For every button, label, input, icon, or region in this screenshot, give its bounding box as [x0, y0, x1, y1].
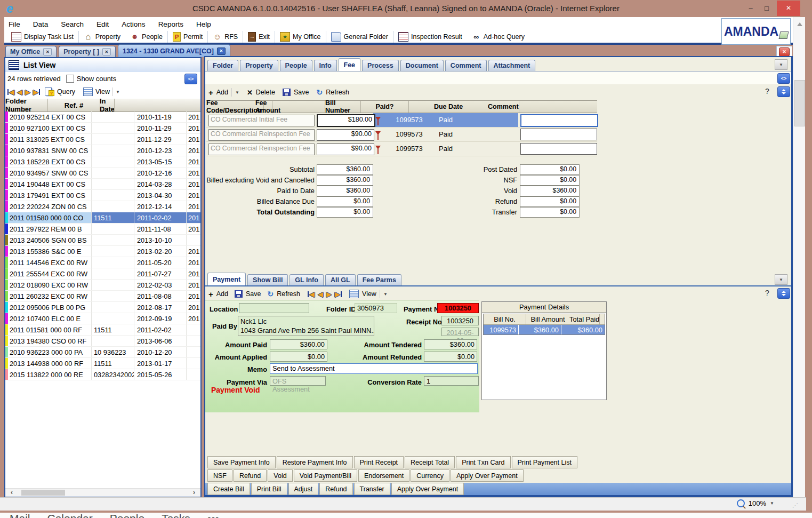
folder-list-row[interactable]: 2012 220224 ZON 00 CS 2012-12-14 201	[5, 201, 200, 212]
column-header[interactable]	[114, 99, 115, 111]
payment-tab[interactable]: GL Info	[290, 274, 324, 285]
folder-list-row[interactable]: 2012 018090 EXC 00 RW 2012-02-03 201	[5, 280, 200, 291]
folder-list-row[interactable]: 2013 185228 EXT 00 CS 2013-05-15 201	[5, 156, 200, 168]
add-fee-button[interactable]: Add	[216, 89, 228, 96]
query-icon[interactable]: ?	[45, 87, 54, 96]
action-button[interactable]: Print Txn Card	[456, 456, 510, 468]
detail-tab[interactable]: Attachment	[488, 60, 536, 71]
toolbar-button[interactable]: ☻ People	[125, 31, 168, 43]
folder-list-row[interactable]: 2011 144546 EXC 00 RW 2011-05-20 201	[5, 257, 200, 268]
action-button[interactable]: Apply Over Payment	[391, 483, 464, 495]
close-button[interactable]: ✕	[777, 1, 800, 16]
tab-close-icon[interactable]: ✕	[43, 48, 52, 55]
maximize-button[interactable]: □	[759, 4, 775, 12]
payment-tab[interactable]: Fee Parms	[357, 274, 401, 285]
fee-amount-field[interactable]: $90.00	[317, 129, 374, 141]
fee-filter-funnel-icon[interactable]	[375, 131, 381, 135]
amount-applied-field[interactable]: $0.00	[270, 352, 327, 362]
menu-item[interactable]: Actions	[122, 20, 145, 28]
payment-details-column-header[interactable]: Total Paid	[569, 314, 600, 324]
save-icon[interactable]	[283, 89, 291, 96]
folder-list-row[interactable]: 2012 095006 PLB 00 PG 2012-08-17 201	[5, 302, 200, 313]
folder-list-row[interactable]: 2014 190448 EXT 00 CS 2014-03-28 201	[5, 179, 200, 190]
action-button[interactable]: Restore Payment Info	[277, 456, 353, 468]
previous-record-button[interactable]: ◀	[17, 87, 22, 96]
column-header[interactable]: In Date	[100, 99, 114, 111]
document-tab[interactable]: 1324 - 1330 GRAND AVE[CO] ✕	[118, 44, 230, 57]
document-tab[interactable]: My Office ✕	[5, 46, 57, 57]
toolbar-button[interactable]: Display Task List	[6, 31, 79, 43]
zoom-control[interactable]: 100% ▼	[737, 499, 774, 507]
detail-tab[interactable]: People	[280, 60, 312, 71]
query-button-label[interactable]: Query	[57, 88, 75, 95]
column-header[interactable]: Folder Number	[5, 99, 48, 111]
last-payment-button[interactable]: ▶	[335, 290, 342, 298]
folder-list-row[interactable]: 2011 297922 REM 00 B 2011-11-08 201	[5, 224, 200, 235]
action-button[interactable]: Save Payment Info	[207, 456, 276, 468]
payment-help-button[interactable]: ?	[765, 289, 769, 297]
amount-paid-field[interactable]: $360.00	[270, 339, 327, 349]
expand-section-button[interactable]: <>	[777, 73, 790, 84]
action-button[interactable]: Create Bill	[207, 483, 250, 495]
fee-resize-button[interactable]	[777, 86, 790, 97]
action-button[interactable]: Refund	[319, 483, 352, 495]
detail-tab[interactable]: Document	[400, 60, 444, 71]
view-dropdown-icon[interactable]: ▼	[383, 292, 388, 297]
zoom-dropdown-icon[interactable]: ▼	[770, 501, 774, 506]
fee-comment-input[interactable]	[520, 114, 598, 127]
refresh-fee-button[interactable]: Refresh	[326, 89, 349, 96]
menu-item[interactable]: Edit	[97, 20, 109, 28]
view-dropdown-icon[interactable]: ▼	[116, 90, 120, 94]
add-dropdown-icon[interactable]: ▼	[235, 90, 239, 95]
collapse-panel-button[interactable]: <>	[184, 74, 197, 84]
list-horizontal-scrollbar[interactable]: ‹ ›	[5, 488, 200, 497]
fee-column-header[interactable]	[272, 101, 325, 113]
action-button[interactable]: Print Payment List	[512, 456, 577, 468]
folder-list-row[interactable]: 2013 155386 S&C 00 E 2013-02-20 201	[5, 246, 200, 257]
tab-close-icon[interactable]: ✕	[102, 48, 111, 55]
fee-description-field[interactable]: CO Commercial Reinspection Fee	[208, 144, 315, 155]
delete-fee-button[interactable]: Delete	[256, 89, 275, 96]
action-button[interactable]: Transfer	[354, 483, 390, 495]
tab-close-icon[interactable]: ✕	[217, 47, 226, 55]
view-payment-button[interactable]: View	[362, 290, 376, 298]
fee-filter-funnel-icon[interactable]	[375, 117, 381, 121]
payment-details-column-header[interactable]: Bill Amount	[526, 314, 569, 324]
menu-item[interactable]: Data	[33, 20, 49, 28]
toolbar-button[interactable]: ⌂ Property	[79, 31, 125, 43]
fee-help-button[interactable]: ?	[765, 87, 769, 95]
folder-list-row[interactable]: 2013 240506 SGN 00 BS 2013-10-10	[5, 235, 200, 246]
add-icon[interactable]: +	[208, 290, 213, 299]
payment-details-row[interactable]: 1099573 $360.00 $360.00	[484, 325, 605, 334]
refresh-payment-button[interactable]: Refresh	[277, 290, 300, 298]
document-tab[interactable]: Property [ ] ✕	[59, 46, 116, 57]
action-button[interactable]: Void	[268, 469, 292, 482]
add-icon[interactable]: +	[208, 88, 213, 97]
refresh-icon[interactable]: ↻	[268, 290, 274, 298]
fee-column-header[interactable]: Bill Number	[325, 101, 361, 113]
fee-column-header[interactable]: Paid?	[361, 101, 409, 113]
toolbar-button[interactable]: P Permit	[168, 31, 208, 43]
fee-description-field[interactable]: CO Commercial Initial Fee	[208, 115, 315, 126]
folder-list-row[interactable]: 2011 255544 EXC 00 RW 2011-07-27 201	[5, 268, 200, 280]
folder-list-row[interactable]: 2011 313025 EXT 00 CS 2011-12-29 201	[5, 134, 200, 145]
scroll-left-icon[interactable]: ‹	[11, 489, 13, 496]
conversion-rate-field[interactable]: 1	[424, 376, 479, 386]
memo-input[interactable]: Send to Assessment	[270, 363, 478, 374]
toolbar-button[interactable]: General Folder	[326, 31, 393, 43]
detail-tab[interactable]: Info	[314, 60, 337, 71]
page-vertical-scrollbar[interactable]	[793, 17, 805, 497]
fee-comment-input[interactable]	[520, 129, 597, 140]
payment-details-column-header[interactable]: Bill No.	[484, 314, 526, 324]
menu-item[interactable]: Reports	[158, 20, 183, 28]
folder-list-row[interactable]: 2015 113822 000 00 RE 032823420026 2015-…	[5, 369, 200, 380]
toolbar-button[interactable]: ☺ RFS	[208, 31, 243, 43]
fee-filter-funnel-icon[interactable]	[375, 146, 381, 149]
last-record-button[interactable]: ▶	[33, 87, 40, 96]
payment-tab[interactable]: All GL	[325, 274, 356, 285]
toolbar-button[interactable]: → Exit	[243, 31, 275, 43]
close-folder-view-button[interactable]: ✕	[779, 47, 790, 57]
first-payment-button[interactable]: ◀	[308, 290, 315, 298]
fee-description-field[interactable]: CO Commercial Reinspection Fee	[208, 129, 315, 141]
action-button[interactable]: Refund	[234, 469, 267, 482]
